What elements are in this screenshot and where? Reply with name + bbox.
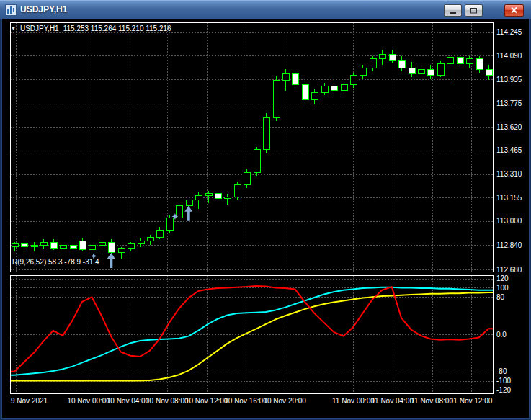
info-ohlc-values: 115.253 115.264 115.210 115.216 [63, 24, 171, 32]
svg-text:112.680: 112.680 [496, 266, 522, 274]
title-bar[interactable]: USDJPY,H1 [0, 0, 531, 19]
svg-text:9 Nov 2021: 9 Nov 2021 [11, 397, 48, 405]
chart-icon [5, 4, 17, 16]
svg-text:80: 80 [496, 293, 505, 301]
svg-text:11 Nov 00:00: 11 Nov 00:00 [332, 397, 375, 405]
window-title: USDJPY,H1 [20, 1, 67, 19]
svg-text:-80: -80 [496, 367, 507, 375]
svg-text:10 Nov 00:00: 10 Nov 00:00 [67, 397, 110, 405]
svg-text:-120: -120 [496, 386, 511, 394]
svg-text:10 Nov 12:00: 10 Nov 12:00 [185, 397, 228, 405]
ohlc-info-line: ▼ USDJPY,H1 115.253 115.264 115.210 115.… [11, 24, 171, 32]
minimize-icon [449, 5, 457, 16]
close-icon [510, 5, 518, 16]
svg-text:112.840: 112.840 [496, 241, 522, 249]
svg-text:10 Nov 04:00: 10 Nov 04:00 [107, 397, 150, 405]
info-symbol-period: USDJPY,H1 [20, 24, 59, 32]
svg-text:-100: -100 [496, 377, 511, 385]
svg-text:11 Nov 12:00: 11 Nov 12:00 [450, 397, 493, 405]
svg-text:11 Nov 08:00: 11 Nov 08:00 [411, 397, 453, 405]
svg-text:113.310: 113.310 [496, 170, 522, 178]
svg-text:114.245: 114.245 [496, 28, 522, 36]
svg-text:10 Nov 08:00: 10 Nov 08:00 [146, 397, 189, 405]
indicator-label: R(9,26,52) 58.3 -78.9 -31.4 [12, 258, 99, 266]
svg-text:120: 120 [496, 274, 509, 282]
svg-text:113.000: 113.000 [496, 217, 522, 225]
maximize-restore-button[interactable] [465, 4, 483, 17]
svg-text:113.775: 113.775 [496, 99, 522, 107]
chart-window: USDJPY,H1 114.245114.090113.935113.77511… [0, 0, 531, 420]
svg-text:113.620: 113.620 [496, 123, 522, 131]
restore-icon [470, 5, 478, 16]
minimize-button[interactable] [444, 4, 462, 17]
svg-text:114.090: 114.090 [496, 52, 522, 60]
chart-area[interactable]: 114.245114.090113.935113.775113.620113.4… [2, 19, 529, 418]
svg-text:113.155: 113.155 [496, 194, 522, 202]
price-chart-canvas[interactable]: 114.245114.090113.935113.775113.620113.4… [2, 19, 529, 418]
svg-text:100: 100 [496, 284, 509, 292]
svg-text:113.935: 113.935 [496, 76, 522, 84]
svg-text:11 Nov 04:00: 11 Nov 04:00 [371, 397, 414, 405]
svg-text:10 Nov 16:00: 10 Nov 16:00 [224, 397, 267, 405]
svg-text:113.465: 113.465 [496, 146, 522, 154]
svg-text:10 Nov 20:00: 10 Nov 20:00 [263, 397, 306, 405]
time-axis-labels: 9 Nov 202110 Nov 00:0010 Nov 04:0010 Nov… [11, 397, 493, 405]
svg-text:0.0: 0.0 [496, 331, 507, 339]
symbol-dropdown-icon[interactable]: ▼ [11, 26, 16, 31]
close-button[interactable] [504, 4, 524, 17]
